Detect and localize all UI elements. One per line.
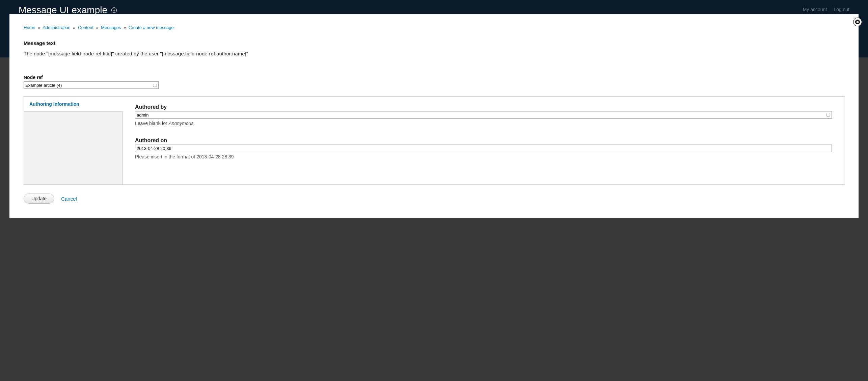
tab-authoring-information[interactable]: Authoring information <box>24 97 123 112</box>
authored-by-field: Authored by Leave blank for Anonymous. <box>135 104 832 126</box>
tab-authoring-information-link[interactable]: Authoring information <box>29 101 79 107</box>
user-links: My account Log out <box>803 5 849 12</box>
authored-by-help-em: Anonymous <box>169 121 194 126</box>
breadcrumb-content[interactable]: Content <box>78 25 93 30</box>
my-account-link[interactable]: My account <box>803 7 827 12</box>
breadcrumb-administration[interactable]: Administration <box>43 25 70 30</box>
breadcrumb-sep: » <box>38 25 40 30</box>
cancel-link[interactable]: Cancel <box>61 196 77 202</box>
vertical-tabs: Authoring information Authored by Leave … <box>24 96 844 185</box>
breadcrumb: Home » Administration » Content » Messag… <box>24 25 844 30</box>
breadcrumb-sep: » <box>96 25 98 30</box>
breadcrumb-sep: » <box>124 25 126 30</box>
authored-on-field: Authored on Please insert in the format … <box>135 137 832 159</box>
breadcrumb-sep: » <box>73 25 75 30</box>
breadcrumb-home[interactable]: Home <box>24 25 35 30</box>
add-shortcut-icon[interactable]: + <box>111 7 117 13</box>
node-ref-input[interactable] <box>24 81 159 89</box>
autocomplete-throbber-icon <box>826 113 830 117</box>
authored-by-label: Authored by <box>135 104 832 110</box>
authored-by-help-prefix: Leave blank for <box>135 121 169 126</box>
close-icon <box>855 19 860 25</box>
vertical-tabs-menu: Authoring information <box>24 97 123 184</box>
log-out-link[interactable]: Log out <box>834 7 849 12</box>
authored-on-input[interactable] <box>135 145 832 152</box>
vertical-tabs-panel: Authored by Leave blank for Anonymous. A… <box>123 97 844 184</box>
close-overlay-button[interactable] <box>853 18 862 26</box>
update-button[interactable]: Update <box>24 194 54 204</box>
authored-on-label: Authored on <box>135 137 832 144</box>
breadcrumb-messages[interactable]: Messages <box>101 25 121 30</box>
node-ref-label: Node ref <box>24 75 844 80</box>
authored-by-input[interactable] <box>135 111 832 119</box>
authored-by-help-suffix: . <box>194 121 195 126</box>
message-text-label: Message text <box>24 40 844 46</box>
autocomplete-throbber-icon <box>153 83 157 87</box>
breadcrumb-create-message[interactable]: Create a new message <box>129 25 174 30</box>
overlay-dialog: Home » Administration » Content » Messag… <box>9 14 859 218</box>
authored-by-help: Leave blank for Anonymous. <box>135 121 832 126</box>
authored-on-help: Please insert in the format of 2013-04-2… <box>135 154 832 159</box>
message-text-body: The node "[message:field-node-ref:title]… <box>24 51 844 56</box>
form-actions: Update Cancel <box>24 194 844 204</box>
vertical-tabs-filler <box>24 112 123 184</box>
node-ref-field: Node ref <box>24 75 844 89</box>
